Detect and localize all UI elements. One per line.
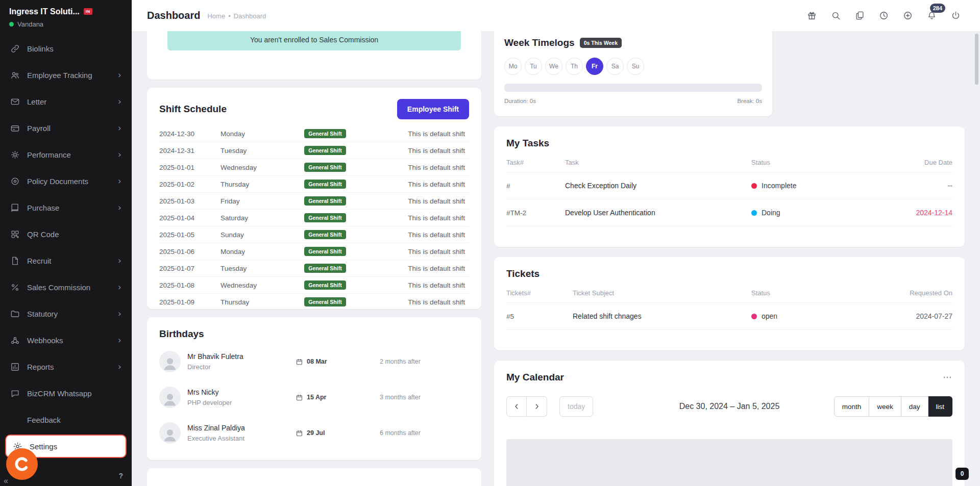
notes-icon[interactable]: [855, 11, 865, 20]
shift-badge-cell: General Shift: [284, 230, 366, 239]
shift-badge-cell: General Shift: [284, 163, 366, 172]
task-row[interactable]: #Check Exception DailyIncomplete--: [506, 172, 952, 199]
content: You aren't enrolled to Sales Commission …: [132, 31, 980, 486]
sidebar-item-performance[interactable]: Performance›: [0, 141, 132, 168]
search-icon[interactable]: [831, 11, 841, 20]
sidebar-item-policy-documents[interactable]: Policy Documents›: [0, 168, 132, 194]
weekday-circle-sa[interactable]: Sa: [606, 58, 624, 75]
sidebar-item-label: Statutory: [27, 310, 58, 318]
sidebar-item-label: Settings: [30, 442, 57, 451]
sidebar-item-biolinks[interactable]: Biolinks: [0, 35, 132, 62]
weekday-circle-tu[interactable]: Tu: [525, 58, 542, 75]
shift-default-note: This is default shift: [366, 298, 469, 306]
sidebar-item-qr-code[interactable]: QR Code: [0, 221, 132, 247]
calendar-today-button[interactable]: today: [559, 396, 593, 417]
birthday-person: Mr Bhavik FuletraDirector: [159, 351, 296, 372]
logo-swoosh-icon: [12, 454, 32, 474]
sidebar-item-label: Payroll: [27, 124, 51, 133]
floating-counter-badge[interactable]: 0: [955, 468, 969, 480]
tasks-col-status: Status: [751, 159, 876, 166]
sidebar-item-letter[interactable]: Letter›: [0, 88, 132, 115]
birthday-person: Miss Zinal PaldiyaExecutive Assistant: [159, 422, 296, 444]
sidebar-item-webhooks[interactable]: Webhooks›: [0, 327, 132, 353]
gift-icon[interactable]: [807, 11, 817, 20]
sidebar-item-employee-tracking[interactable]: Employee Tracking›: [0, 62, 132, 88]
power-icon[interactable]: [951, 11, 961, 20]
percent-icon: [10, 283, 20, 292]
birthday-row: Mrs NickyPHP developer15 Apr3 months aft…: [159, 379, 469, 415]
ticket-row[interactable]: #5Related shift chnagesopen2024-07-27: [506, 303, 952, 330]
scrollbar-thumb[interactable]: [975, 34, 978, 85]
sidebar-item-reports[interactable]: Reports›: [0, 353, 132, 380]
page-title: Dashboard: [147, 10, 200, 21]
calendar-view-week-button[interactable]: week: [869, 396, 901, 417]
tickets-title: Tickets: [506, 268, 952, 279]
ticket-subject: Related shift chnages: [573, 312, 751, 320]
weekday-circle-we[interactable]: We: [545, 58, 562, 75]
sidebar-item-statutory[interactable]: Statutory›: [0, 300, 132, 327]
shift-weekday: Monday: [220, 130, 284, 138]
shift-type-badge: General Shift: [304, 163, 346, 172]
birthday-name: Mrs Nicky: [187, 388, 232, 396]
employee-shift-button[interactable]: Employee Shift: [397, 99, 469, 119]
folder-icon: [10, 309, 20, 319]
weekday-circle-su[interactable]: Su: [627, 58, 644, 75]
bizcrm-logo[interactable]: [6, 448, 38, 480]
shift-default-note: This is default shift: [366, 164, 469, 171]
collapse-sidebar-icon[interactable]: «: [4, 476, 8, 485]
sidebar-item-payroll[interactable]: Payroll›: [0, 115, 132, 141]
weekday-circle-fr[interactable]: Fr: [586, 58, 603, 75]
calendar-view-month-button[interactable]: month: [834, 396, 870, 417]
none-icon: [10, 415, 20, 425]
next-card-peek: [147, 468, 481, 486]
tasks-table-body: #Check Exception DailyIncomplete--#TM-2D…: [506, 172, 952, 226]
enroll-alert: You aren't enrolled to Sales Commission: [167, 31, 461, 50]
task-due-date: --: [876, 182, 952, 190]
sidebar-item-purchase[interactable]: Purchase›: [0, 194, 132, 221]
breadcrumb-separator: •: [228, 12, 231, 20]
sidebar-item-bizcrm-whatsapp[interactable]: BizCRM Whatsapp: [0, 380, 132, 406]
mail-icon: [10, 97, 20, 107]
tasks-col-id: Task#: [506, 159, 565, 166]
company-name: Ingress IT Soluti...: [9, 7, 80, 17]
right-column: Week Timelogs 0s This Week MoTuWeThFrSaS…: [494, 31, 965, 486]
birthday-row: Mr Bhavik FuletraDirector08 Mar2 months …: [159, 344, 469, 379]
tickets-col-status: Status: [751, 289, 866, 297]
help-icon[interactable]: ?: [118, 472, 123, 480]
breadcrumb-current: Dashboard: [234, 12, 266, 20]
birthdays-title: Birthdays: [159, 328, 469, 340]
breadcrumb-home-link[interactable]: Home: [207, 12, 225, 20]
task-name: Check Exception Daily: [565, 182, 751, 190]
shift-date: 2025-01-01: [159, 164, 220, 171]
shift-date: 2025-01-04: [159, 214, 220, 222]
plus-icon[interactable]: [903, 11, 913, 20]
task-status: Incomplete: [751, 182, 876, 190]
link-icon: [10, 44, 20, 54]
weekday-circle-th[interactable]: Th: [566, 58, 583, 75]
shift-type-badge: General Shift: [304, 280, 346, 290]
shift-date: 2025-01-05: [159, 231, 220, 239]
shift-default-note: This is default shift: [366, 197, 469, 205]
calendar-view-list-button[interactable]: list: [928, 396, 953, 417]
shift-badge-cell: General Shift: [284, 146, 366, 155]
calendar-next-button[interactable]: [527, 396, 547, 417]
clock-icon[interactable]: [879, 11, 889, 20]
calendar-options-icon[interactable]: [942, 372, 952, 382]
sidebar-item-label: Biolinks: [27, 44, 54, 53]
chevron-right-icon: ›: [118, 70, 121, 80]
shift-date: 2025-01-02: [159, 181, 220, 188]
sidebar-item-feedback[interactable]: Feedback: [0, 406, 132, 433]
tickets-table-body: #5Related shift chnagesopen2024-07-27: [506, 303, 952, 330]
shift-date: 2025-01-09: [159, 298, 220, 306]
task-row[interactable]: #TM-2Develop User AuthenticationDoing202…: [506, 199, 952, 226]
chevron-left-icon: [512, 402, 521, 411]
calendar-prev-button[interactable]: [506, 396, 527, 417]
bell-icon[interactable]: 284: [927, 11, 937, 20]
break-label: Break: 0s: [737, 98, 762, 104]
calendar-view-day-button[interactable]: day: [901, 396, 928, 417]
sidebar-item-label: Recruit: [27, 257, 52, 265]
status-dot: [751, 183, 757, 189]
sidebar-item-recruit[interactable]: Recruit›: [0, 247, 132, 274]
sidebar-item-sales-commission[interactable]: Sales Commission›: [0, 274, 132, 300]
weekday-circle-mo[interactable]: Mo: [504, 58, 522, 75]
